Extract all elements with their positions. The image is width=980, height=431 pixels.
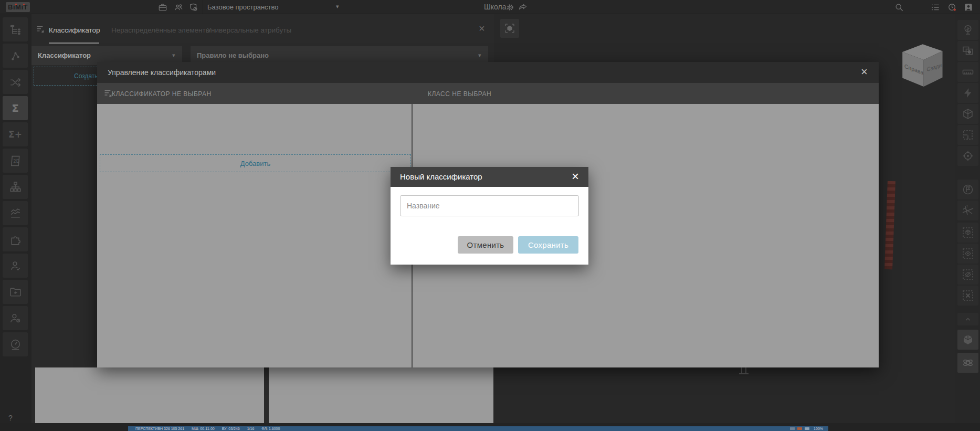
notifications-icon[interactable]	[947, 2, 957, 13]
modal-title: Управление классификаторами	[108, 68, 216, 77]
class-column-header: КЛАСС НЕ ВЫБРАН	[428, 90, 491, 98]
bimit-logo: BiMiT	[6, 2, 30, 12]
status-chip[interactable]	[790, 427, 795, 430]
model-mark	[739, 373, 749, 374]
create-button-label: Создать	[74, 72, 97, 80]
logo-dot	[15, 4, 17, 5]
logo-dot	[23, 4, 25, 5]
status-view-info: ПЕРСПЕКТИВН 326 105 261	[135, 427, 184, 430]
help-button[interactable]: ?	[8, 414, 13, 422]
sigma-plus-glyph: Σ+	[8, 129, 22, 140]
status-chip[interactable]	[805, 427, 809, 430]
menu-list-icon[interactable]	[930, 2, 941, 13]
app-root: BiMiT Базовое пространство ▾ Школа.	[0, 0, 980, 431]
panel-right-list[interactable]	[269, 367, 493, 423]
dialog-title: Новый классификатор	[400, 172, 482, 181]
modal-subheader: КЛАССИФИКАТОР НЕ ВЫБРАН КЛАСС НЕ ВЫБРАН	[97, 83, 879, 104]
workspace-selector[interactable]: Базовое пространство	[207, 3, 279, 11]
status-zoom-level: 100%	[814, 427, 823, 430]
selection-frames-icon[interactable]	[957, 41, 978, 61]
topbar-separator	[203, 0, 203, 14]
account-icon[interactable]	[963, 2, 974, 13]
left-toolbar: Σ Σ+ 2D ?	[0, 14, 31, 423]
settings-gear-icon[interactable]	[505, 2, 515, 13]
team-icon[interactable]	[174, 2, 184, 13]
clear-selection-icon[interactable]	[957, 286, 978, 306]
chevron-down-icon: ▾	[172, 52, 175, 59]
sigma-plus-icon[interactable]: Σ+	[3, 122, 28, 146]
eye-icon[interactable]	[957, 244, 978, 264]
tab-universal-attributes[interactable]: Универсальные атрибуты	[207, 26, 291, 34]
share-icon[interactable]	[518, 2, 528, 13]
name-input[interactable]	[400, 195, 579, 216]
flash-icon[interactable]	[957, 83, 978, 103]
save-button[interactable]: Сохранить	[518, 236, 578, 254]
status-focal: ФЛ: 1.6000	[261, 427, 280, 430]
chevron-down-icon[interactable]: ▾	[336, 3, 339, 10]
box-select-icon[interactable]	[500, 19, 519, 38]
cancel-button[interactable]: Отменить	[458, 236, 513, 254]
dialog-header[interactable]: Новый классификатор ×	[391, 167, 588, 187]
ruler-icon[interactable]	[957, 62, 978, 82]
status-angle: ВУ: 03/246	[222, 427, 240, 430]
shield-clock-icon[interactable]	[188, 2, 199, 13]
tab-unassigned-elements[interactable]: Нераспределённые элементы	[111, 26, 210, 34]
panel-menu-icon[interactable]	[36, 24, 46, 37]
classifier-column-header: КЛАССИФИКАТОР НЕ ВЫБРАН	[112, 90, 212, 98]
connections-icon[interactable]	[3, 44, 28, 68]
user-location-icon[interactable]	[3, 306, 28, 330]
briefcase-icon[interactable]	[157, 2, 168, 13]
structure-tree-icon[interactable]	[3, 17, 28, 41]
gauge-icon[interactable]	[3, 332, 28, 356]
org-chart-icon[interactable]	[3, 175, 28, 199]
flag-icon[interactable]	[957, 180, 978, 199]
new-classifier-dialog: Новый классификатор × Отменить Сохранить	[391, 167, 588, 265]
tab-classifier[interactable]: Классификатор	[49, 26, 100, 34]
svg-text:2D: 2D	[13, 158, 19, 163]
search-icon[interactable]	[894, 2, 904, 13]
sigma-icon[interactable]: Σ	[3, 96, 28, 120]
shuffle-icon[interactable]	[3, 70, 28, 94]
section-cube-icon[interactable]	[957, 104, 978, 124]
axes-icon[interactable]: 21	[957, 201, 978, 220]
svg-text:1: 1	[963, 207, 964, 211]
folder-share-icon[interactable]	[3, 280, 28, 304]
active-tab-underline	[49, 43, 99, 44]
create-classifier-button[interactable]: Создать	[34, 67, 97, 86]
view-cube[interactable]: Справа Сзади	[898, 41, 946, 87]
status-chip[interactable]	[797, 427, 802, 430]
modal-title-bar: Управление классификаторами ×	[97, 62, 879, 83]
logo-text: BiMiT	[8, 3, 28, 11]
puzzle-icon[interactable]	[3, 227, 28, 251]
modal-close-icon[interactable]: ×	[861, 66, 868, 78]
orbit-icon[interactable]	[957, 353, 978, 373]
sigma-glyph: Σ	[12, 102, 19, 114]
svg-text:2: 2	[966, 205, 968, 208]
add-classifier-button[interactable]: Добавить	[100, 154, 411, 172]
user-check-icon[interactable]	[3, 254, 28, 278]
floorplan-icon[interactable]	[957, 125, 978, 145]
dialog-close-icon[interactable]: ×	[572, 170, 579, 183]
panel-close-icon[interactable]: ×	[479, 23, 485, 34]
chevron-down-icon: ▾	[478, 52, 481, 59]
sheet-2d-icon[interactable]: 2D	[3, 149, 28, 173]
view-cube-icon[interactable]	[957, 330, 978, 350]
status-bar: ПЕРСПЕКТИВН 326 105 261 МШ: 00-11-00 ВУ:…	[128, 426, 828, 431]
status-scale: МШ: 00-11-00	[192, 427, 215, 430]
panel-left-list[interactable]	[35, 367, 264, 423]
nature-tree-icon[interactable]	[957, 20, 978, 40]
eye-off-icon[interactable]	[957, 265, 978, 285]
status-ratio: 1/16	[247, 427, 255, 430]
box-visibility-icon[interactable]	[957, 223, 978, 243]
classifier-dropdown-value: Классификатор	[38, 51, 91, 59]
chevron-up-icon[interactable]	[957, 313, 978, 325]
target-icon[interactable]	[957, 146, 978, 166]
graphs-icon[interactable]	[3, 201, 28, 225]
rule-dropdown-value: Правило не выбрано	[197, 51, 269, 59]
top-bar: BiMiT Базовое пространство ▾ Школа.	[0, 0, 980, 14]
